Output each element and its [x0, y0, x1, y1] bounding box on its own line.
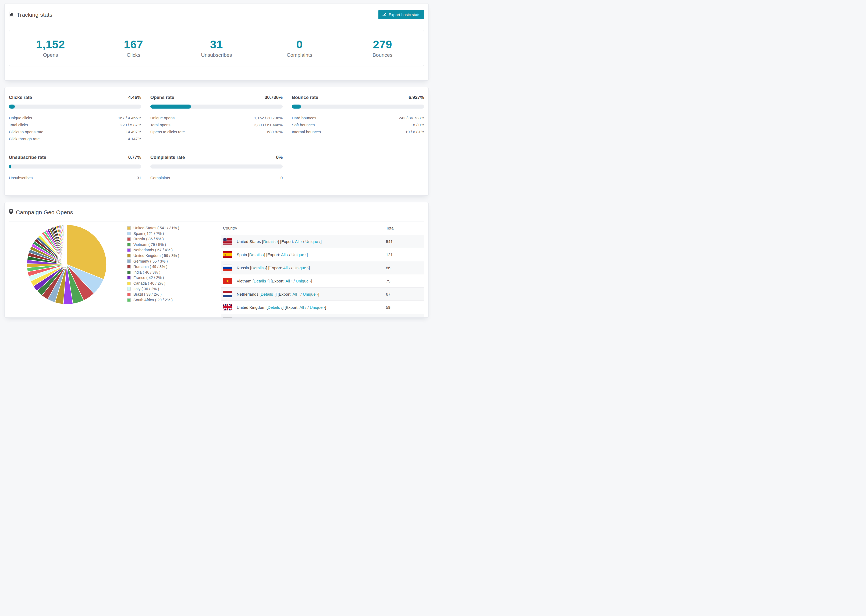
- rate-panel-bounce-rate: Bounce rate 6.927% Hard bounces 242 / 86…: [292, 95, 424, 143]
- flag-icon-es: [223, 251, 232, 258]
- country-total: 541: [384, 235, 424, 248]
- stat-label: Bounces: [343, 52, 422, 58]
- flag-icon-de: [223, 317, 232, 318]
- country-cell-text: Netherlands [Details ›] [Export: All › /…: [237, 292, 319, 297]
- opens-rate-progress: [150, 105, 283, 108]
- export-unique-link[interactable]: Unique ›: [310, 305, 325, 310]
- country-total: 55: [384, 314, 424, 318]
- rate-panel-opens-rate: Opens rate 30.736% Unique opens 1,152 / …: [150, 95, 283, 143]
- geo-title-text: Campaign Geo Opens: [16, 209, 73, 215]
- unsubscribe-rate-progress: [9, 165, 141, 168]
- legend-item-russia: Russia ( 86 / 5% ): [127, 236, 200, 242]
- details-link[interactable]: Details ›: [251, 266, 266, 270]
- geo-row-russia: Russia [Details ›] [Export: All › / Uniq…: [221, 261, 424, 274]
- legend-item-vietnam: Vietnam ( 79 / 5% ): [127, 242, 200, 248]
- export-basic-stats-button[interactable]: Export basic stats: [378, 10, 424, 19]
- column-country: Country: [221, 222, 384, 235]
- geo-table-header-row: Country Total: [221, 222, 424, 235]
- stat-clicks: 167 Clicks: [92, 30, 175, 66]
- export-all-link[interactable]: All ›: [283, 266, 290, 270]
- rate-title: Clicks rate: [9, 95, 32, 100]
- legend-label: Russia ( 86 / 5% ): [134, 236, 164, 242]
- legend-swatch: [127, 226, 131, 230]
- legend-swatch: [127, 259, 131, 263]
- country-total: 86: [384, 261, 424, 274]
- details-link[interactable]: Details ›: [263, 239, 278, 244]
- country-total: 121: [384, 248, 424, 261]
- stats-summary-row: 1,152 Opens167 Clicks31 Unsubscribes0 Co…: [9, 30, 424, 66]
- details-link[interactable]: Details ›: [268, 305, 282, 310]
- stat-unsubscribes: 31 Unsubscribes: [175, 30, 258, 66]
- stat-value: 279: [343, 38, 422, 51]
- bounce-rate-progress: [292, 105, 424, 108]
- rate-item-soft-bounces: Soft bounces 18 / 0%: [292, 121, 424, 129]
- stat-label: Complaints: [260, 52, 339, 58]
- stat-value: 167: [94, 38, 173, 51]
- details-link[interactable]: Details ›: [254, 279, 268, 283]
- export-all-link[interactable]: All ›: [285, 279, 292, 283]
- country-total: 79: [384, 274, 424, 288]
- legend-item-spain: Spain ( 121 / 7% ): [127, 231, 200, 237]
- stat-bounces: 279 Bounces: [341, 30, 424, 66]
- export-unique-link[interactable]: Unique ›: [293, 266, 309, 270]
- dotted-leader: [172, 179, 279, 179]
- export-unique-link[interactable]: Unique ›: [303, 292, 318, 297]
- geo-pie-chart: [25, 223, 109, 306]
- rate-item-total-opens: Total opens 2,303 / 61.446%: [150, 121, 283, 129]
- complaints-rate-progress: [150, 165, 283, 168]
- rate-value: 0.77%: [128, 155, 141, 160]
- dotted-leader: [42, 140, 126, 140]
- legend-item-france: France ( 42 / 2% ): [127, 275, 200, 281]
- flag-icon-us: [223, 238, 232, 245]
- details-link[interactable]: Details ›: [261, 292, 276, 297]
- export-all-link[interactable]: All ›: [299, 305, 306, 310]
- dotted-leader: [318, 119, 397, 119]
- legend-item-canada: Canada ( 40 / 2% ): [127, 281, 200, 286]
- flag-icon-ru: [223, 264, 232, 271]
- country-cell-text: Spain [Details ›] [Export: All › / Uniqu…: [237, 252, 308, 257]
- geo-row-spain: Spain [Details ›] [Export: All › / Uniqu…: [221, 248, 424, 261]
- legend-item-italy: Italy ( 36 / 2% ): [127, 286, 200, 292]
- stat-label: Unsubscribes: [177, 52, 256, 58]
- rate-title: Bounce rate: [292, 95, 318, 100]
- rate-value: 30.736%: [265, 95, 283, 100]
- country-cell-text: Vietnam [Details ›] [Export: All › / Uni…: [237, 279, 312, 283]
- legend-swatch: [127, 243, 131, 247]
- legend-swatch: [127, 232, 131, 235]
- rate-panel-complaints-rate: Complaints rate 0% Complaints 0: [150, 155, 283, 181]
- country-total: 59: [384, 301, 424, 314]
- geo-table: Country Total United States [Details ›] …: [221, 222, 424, 318]
- geo-row-vietnam: Vietnam [Details ›] [Export: All › / Uni…: [221, 274, 424, 288]
- geo-row-netherlands: Netherlands [Details ›] [Export: All › /…: [221, 288, 424, 301]
- details-link[interactable]: Details ›: [249, 252, 264, 257]
- rate-head: Bounce rate 6.927%: [292, 95, 424, 100]
- rate-value: 6.927%: [409, 95, 424, 100]
- flag-icon-vn: [223, 278, 232, 284]
- export-all-link[interactable]: All ›: [295, 239, 302, 244]
- rate-item-clicks-to-opens-rate: Clicks to opens rate 14.497%: [9, 129, 141, 135]
- export-unique-link[interactable]: Unique ›: [305, 239, 321, 244]
- legend-swatch: [127, 298, 131, 302]
- country-cell-text: Russia [Details ›] [Export: All › / Uniq…: [237, 266, 310, 270]
- export-all-link[interactable]: All ›: [281, 252, 288, 257]
- legend-label: United States ( 541 / 31% ): [134, 225, 179, 231]
- rate-item-complaints: Complaints 0: [150, 174, 283, 181]
- dotted-leader: [187, 133, 265, 133]
- legend-item-romania: Romania ( 49 / 3% ): [127, 264, 200, 270]
- export-unique-link[interactable]: Unique ›: [296, 279, 311, 283]
- geo-row-united-kingdom: United Kingdom [Details ›] [Export: All …: [221, 301, 424, 314]
- stat-value: 0: [260, 38, 339, 51]
- legend-item-netherlands: Netherlands ( 67 / 4% ): [127, 247, 200, 253]
- stat-label: Opens: [11, 52, 90, 58]
- legend-item-india: India ( 46 / 3% ): [127, 270, 200, 275]
- export-unique-link[interactable]: Unique ›: [291, 252, 307, 257]
- export-all-link[interactable]: All ›: [293, 292, 299, 297]
- rate-value: 0%: [276, 155, 283, 160]
- page-title: Tracking stats: [9, 11, 52, 18]
- legend-swatch: [127, 287, 131, 291]
- flag-icon-nl: [223, 291, 232, 297]
- dotted-leader: [34, 119, 116, 119]
- dotted-leader: [35, 179, 134, 179]
- legend-label: Netherlands ( 67 / 4% ): [134, 247, 173, 253]
- legend-swatch: [127, 237, 131, 241]
